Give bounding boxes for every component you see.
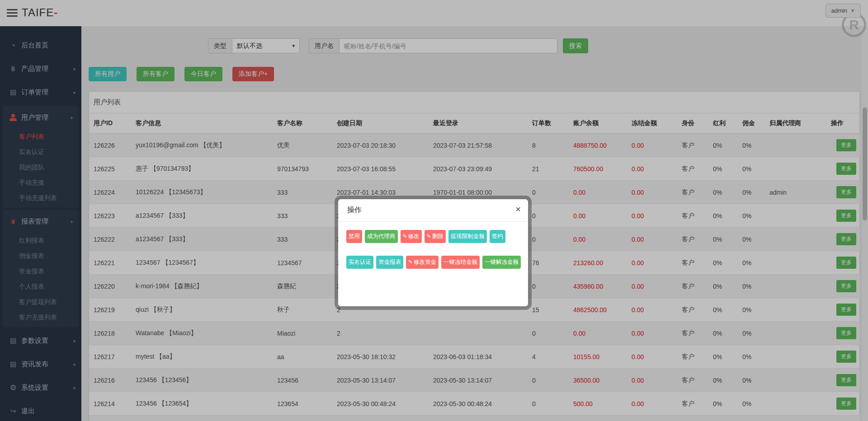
pencil-icon: ✎ <box>427 233 431 239</box>
modal-title: 操作 <box>347 206 362 214</box>
edit-funds-button[interactable]: ✎修改资金 <box>406 256 439 269</box>
realname-auth-button[interactable]: 实名认证 <box>346 256 373 269</box>
withdraw-limit-button[interactable]: 提现限制金额 <box>448 230 487 243</box>
modal-button-row: 实名认证资金报表✎修改资金一键冻结金额一键解冻金额 <box>346 256 520 269</box>
edit-button[interactable]: ✎修改 <box>401 230 422 243</box>
pencil-icon: ✎ <box>403 233 407 239</box>
disable-button[interactable]: 禁用 <box>346 230 362 243</box>
close-icon[interactable]: × <box>515 204 521 215</box>
unfreeze-amount-button[interactable]: 一键解冻金额 <box>482 256 521 269</box>
freeze-amount-button[interactable]: 一键冻结金额 <box>441 256 480 269</box>
modal-body: 禁用成为代理商✎修改✎删除提现限制金额签约实名认证资金报表✎修改资金一键冻结金额… <box>338 222 528 269</box>
modal-button-row: 禁用成为代理商✎修改✎删除提现限制金额签约 <box>346 230 520 243</box>
modal-header: 操作 × <box>338 199 528 222</box>
sign-button[interactable]: 签约 <box>490 230 505 243</box>
fund-report-button[interactable]: 资金报表 <box>376 256 403 269</box>
delete-button[interactable]: ✎删除 <box>425 230 446 243</box>
pencil-icon: ✎ <box>408 259 413 265</box>
action-modal: 操作 × 禁用成为代理商✎修改✎删除提现限制金额签约实名认证资金报表✎修改资金一… <box>338 199 528 306</box>
become-agent-button[interactable]: 成为代理商 <box>365 230 398 243</box>
